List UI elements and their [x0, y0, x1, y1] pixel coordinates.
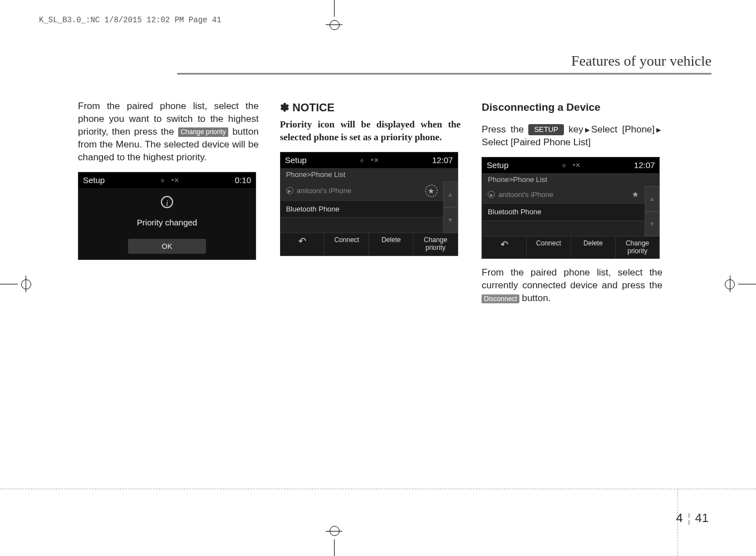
dashed-line-bottom: [0, 489, 756, 489]
ss2-connect-button[interactable]: Connect: [325, 233, 369, 255]
bluetooth-icon: ⟡: [160, 176, 165, 185]
column-1: From the paired phone list, select the p…: [78, 100, 259, 305]
ss3-item1-label: anitooni's iPhone: [498, 190, 553, 200]
ss2-empty-row: [281, 218, 443, 233]
col3-text-d: Select [Paired Phone List]: [482, 137, 591, 147]
ss1-setup-label: Setup: [83, 175, 105, 186]
header-line: K_SL_B3.0_:NC 1/8/2015 12:02 PM Page 41: [39, 16, 222, 24]
ss3-back-button[interactable]: ↶: [482, 237, 527, 259]
col3-instruction: Press the SETUP key▶Select [Phone]▶Selec…: [482, 124, 662, 149]
ss2-setup-label: Setup: [285, 155, 307, 166]
priority-star-icon: ★: [425, 185, 438, 197]
ss3-change-line1: Change: [626, 239, 649, 247]
ss2-breadcrumb: Phone>Phone List: [281, 168, 458, 181]
page-number: 4 ¦ 41: [676, 511, 709, 525]
ss2-change-line1: Change: [424, 236, 447, 244]
ss2-back-button[interactable]: ↶: [281, 233, 325, 255]
col3-para2-a: From the paired phone list, select the c…: [482, 267, 662, 291]
col3-text-c: Select [Phone]: [591, 124, 655, 135]
scroll-up-icon[interactable]: ▲: [443, 181, 458, 208]
bluetooth-icon: ⟡: [562, 161, 566, 170]
page-num-sep: ¦: [688, 511, 691, 525]
mute-icon: •✕: [371, 156, 379, 165]
col3-paragraph-2: From the paired phone list, select the c…: [482, 267, 662, 305]
col3-text-a: Press the: [482, 124, 528, 135]
disconnecting-header: Disconnecting a Device: [482, 100, 662, 115]
crop-mark-right: [723, 267, 756, 301]
ss2-change-priority-button[interactable]: Change priority: [414, 233, 458, 255]
page-title: Features of your vehicle: [177, 53, 711, 70]
page-title-bar: Features of your vehicle: [177, 53, 711, 75]
notice-label: NOTICE: [292, 101, 335, 114]
ss3-delete-button[interactable]: Delete: [571, 237, 616, 259]
ss3-change-priority-button[interactable]: Change priority: [616, 237, 660, 259]
ss3-item-2[interactable]: Bluetooth Phone: [482, 204, 645, 221]
column-3: Disconnecting a Device Press the SETUP k…: [482, 100, 662, 305]
ss1-info-row: i: [78, 188, 256, 213]
screenshot-phone-list-priority: Setup ⟡ •✕ 12:07 Phone>Phone List ▶ anit…: [280, 152, 458, 256]
setup-key-label: SETUP: [528, 124, 563, 135]
bluetooth-icon: ⟡: [360, 156, 364, 165]
triangle-icon: ▶: [585, 126, 590, 134]
ss3-breadcrumb: Phone>Phone List: [482, 173, 659, 186]
change-priority-button-label: Change priority: [178, 127, 228, 137]
notice-header: ✽ NOTICE: [280, 100, 461, 115]
mute-icon: •✕: [573, 161, 581, 170]
ss1-time: 0:10: [235, 175, 251, 186]
scroll-up-icon[interactable]: ▲: [645, 186, 659, 211]
ss2-scrollbar[interactable]: ▲ ▼: [443, 181, 458, 234]
ss2-time: 12:07: [432, 155, 453, 166]
ss1-message: Priority changed: [78, 213, 256, 238]
ss2-bottom-bar: ↶ Connect Delete Change priority: [281, 233, 458, 255]
ss1-topbar: Setup ⟡ •✕ 0:10: [78, 173, 256, 188]
mute-icon: •✕: [171, 176, 179, 185]
page-num-page: 41: [695, 511, 709, 525]
screenshot-phone-list-disconnect: Setup ⟡ •✕ 12:07 Phone>Phone List ▶ anit…: [482, 157, 660, 259]
priority-star-icon: ★: [632, 189, 639, 200]
ss3-bottom-bar: ↶ Connect Delete Change priority: [482, 237, 659, 259]
ss3-topbar: Setup ⟡ •✕ 12:07: [482, 158, 659, 173]
ss2-topbar: Setup ⟡ •✕ 12:07: [281, 152, 458, 168]
ss2-item2-label: Bluetooth Phone: [286, 204, 340, 214]
col1-paragraph: From the paired phone list, select the p…: [78, 100, 259, 164]
title-underline: [177, 73, 711, 75]
ss1-ok-button[interactable]: OK: [128, 239, 206, 254]
ss2-item-2[interactable]: Bluetooth Phone: [281, 201, 443, 218]
crop-mark-left: [0, 267, 33, 301]
col1-text-a: From the paired phone list, select the p…: [78, 101, 259, 137]
ss3-empty-row: [482, 221, 645, 237]
screenshot-priority-changed: Setup ⟡ •✕ 0:10 i Priority changed OK: [78, 172, 256, 260]
scroll-down-icon[interactable]: ▼: [645, 211, 659, 237]
col3-para2-b: button.: [522, 293, 551, 303]
ss3-time: 12:07: [634, 160, 655, 171]
notice-star-icon: ✽: [280, 101, 289, 114]
ss3-connect-button[interactable]: Connect: [527, 237, 571, 259]
scroll-down-icon[interactable]: ▼: [443, 207, 458, 233]
disconnect-button-label: Disconnect: [482, 294, 519, 303]
ss2-change-line2: priority: [425, 244, 445, 252]
crop-mark-top: [312, 0, 356, 29]
playing-icon: ▶: [286, 187, 293, 194]
ss2-item1-label: anitooni's iPhone: [297, 186, 352, 196]
ss3-item-1[interactable]: ▶ anitooni's iPhone ★: [482, 186, 645, 204]
ss3-item2-label: Bluetooth Phone: [488, 207, 541, 217]
playing-icon: ▶: [488, 191, 495, 198]
page-num-section: 4: [676, 511, 683, 525]
ss3-setup-label: Setup: [487, 160, 508, 171]
column-2: ✽ NOTICE Priority icon will be displayed…: [280, 100, 461, 305]
ss2-item-1[interactable]: ▶ anitooni's iPhone ★: [281, 181, 443, 201]
triangle-icon: ▶: [656, 126, 661, 134]
ss3-scrollbar[interactable]: ▲ ▼: [645, 186, 659, 236]
ss3-change-line2: priority: [627, 247, 647, 255]
notice-text: Priority icon will be displayed when the…: [280, 119, 461, 144]
col3-text-b: key: [568, 124, 583, 135]
content-columns: From the paired phone list, select the p…: [78, 100, 662, 305]
info-icon: i: [161, 196, 173, 208]
ss2-delete-button[interactable]: Delete: [369, 233, 414, 255]
crop-mark-bottom: [312, 525, 356, 556]
